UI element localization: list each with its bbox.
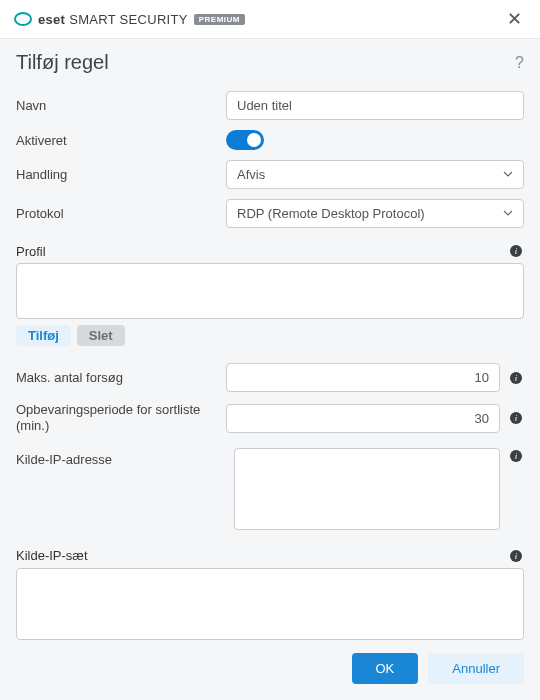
name-input[interactable] xyxy=(226,91,524,120)
profile-add-button[interactable]: Tilføj xyxy=(16,325,71,346)
action-value: Afvis xyxy=(237,167,265,182)
chevron-down-icon xyxy=(503,206,513,221)
src-ip-set-label: Kilde-IP-sæt xyxy=(16,548,88,563)
protocol-label: Protokol xyxy=(16,206,226,221)
cancel-button[interactable]: Annuller xyxy=(428,653,524,684)
profile-listbox[interactable] xyxy=(16,263,524,319)
eset-logo-icon xyxy=(14,10,32,28)
profile-delete-button[interactable]: Slet xyxy=(77,325,125,346)
max-attempts-label: Maks. antal forsøg xyxy=(16,370,226,385)
dialog-footer: OK Annuller xyxy=(0,641,540,700)
protocol-select[interactable]: RDP (Remote Desktop Protocol) xyxy=(226,199,524,228)
enabled-label: Aktiveret xyxy=(16,133,226,148)
action-select[interactable]: Afvis xyxy=(226,160,524,189)
src-ip-set-listbox[interactable] xyxy=(16,568,524,640)
info-icon[interactable]: i xyxy=(508,448,524,464)
info-icon[interactable]: i xyxy=(508,370,524,386)
retention-input[interactable] xyxy=(226,404,500,433)
name-label: Navn xyxy=(16,98,226,113)
src-ip-label: Kilde-IP-adresse xyxy=(16,448,226,467)
info-icon[interactable]: i xyxy=(508,243,524,259)
toggle-knob xyxy=(247,133,261,147)
svg-point-0 xyxy=(15,13,31,25)
info-icon[interactable]: i xyxy=(508,410,524,426)
chevron-down-icon xyxy=(503,167,513,182)
help-icon[interactable]: ? xyxy=(515,54,524,72)
window-header: eset SMART SECURITY PREMIUM ✕ xyxy=(0,0,540,39)
retention-label: Opbevaringsperiode for sortliste (min.) xyxy=(16,402,226,435)
brand-text: eset SMART SECURITY xyxy=(38,12,188,27)
title-row: Tilføj regel ? xyxy=(0,39,540,82)
max-attempts-input[interactable] xyxy=(226,363,500,392)
info-icon[interactable]: i xyxy=(508,548,524,564)
close-icon[interactable]: ✕ xyxy=(503,8,526,30)
dialog-content: Navn Aktiveret Handling Afvis Protokol xyxy=(0,82,540,674)
protocol-value: RDP (Remote Desktop Protocol) xyxy=(237,206,425,221)
premium-badge: PREMIUM xyxy=(194,14,245,25)
enabled-toggle[interactable] xyxy=(226,130,264,150)
brand: eset SMART SECURITY PREMIUM xyxy=(14,10,245,28)
profile-label: Profil xyxy=(16,244,46,259)
action-label: Handling xyxy=(16,167,226,182)
src-ip-textarea[interactable] xyxy=(234,448,500,530)
dialog-title: Tilføj regel xyxy=(16,51,109,74)
ok-button[interactable]: OK xyxy=(352,653,419,684)
